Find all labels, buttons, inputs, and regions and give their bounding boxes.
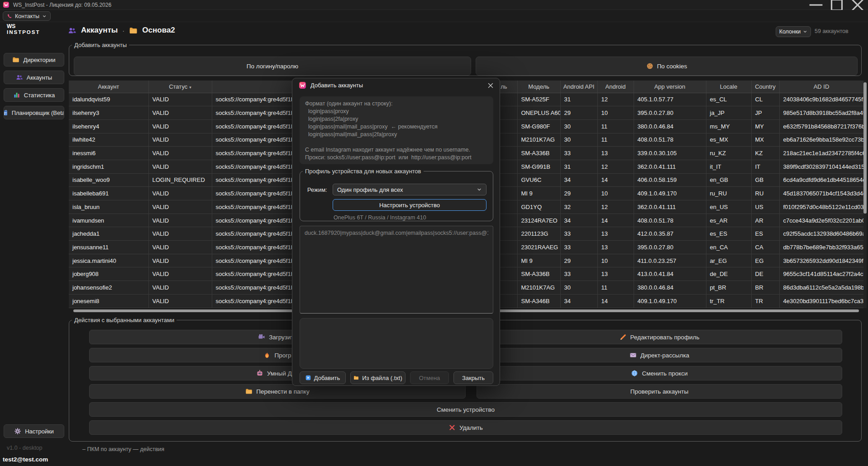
window-title: WS_InstPost - Лицензия до: 09.05.2026 [13, 2, 111, 8]
column-header-model[interactable]: Модель [517, 81, 560, 93]
app-logo: WS INSTPOST [7, 24, 40, 35]
column-header-app_version[interactable]: App version [634, 81, 706, 93]
from-file-button[interactable]: Из файла (.txt) [350, 371, 405, 384]
column-header-account[interactable]: Аккаунт [69, 81, 148, 93]
table-cell-ad_id: c7cce434a9d2e5f032c2201ab04d [779, 214, 863, 227]
table-cell-android: 14 [597, 173, 634, 187]
change-device-button[interactable]: Сменить устройство [89, 402, 842, 417]
table-cell-android_api: 33 [560, 227, 597, 241]
window-controls [806, 0, 868, 10]
vertical-scrollbar-thumb[interactable] [863, 82, 867, 214]
close-dialog-button[interactable]: Закрыть [453, 371, 493, 384]
version-label: v1.0 - desktop [7, 445, 43, 451]
accounts-input-textarea[interactable]: duck.1687920|mypass|duck@gmail.com|email… [300, 226, 493, 314]
table-cell-ad_id: e632f5791b84568b87217f376b524 [779, 119, 863, 133]
dialog-title: Добавить аккаунты [310, 82, 363, 89]
add-by-login-button[interactable]: По логину/паролю [74, 57, 471, 76]
table-cell-android: 13 [597, 241, 634, 254]
chart-icon [13, 91, 20, 99]
table-cell-account: jonesemi8 [69, 294, 148, 308]
app-window: WS_InstPost - Лицензия до: 09.05.2026 Ко… [0, 0, 868, 466]
sidebar-item-directories[interactable]: Директории [4, 53, 64, 67]
direct-mailing-button[interactable]: Директ-рассылка [477, 348, 842, 362]
table-cell-country: TR [751, 294, 779, 308]
move-to-folder-button[interactable]: Перенести в папку [89, 384, 466, 399]
page-title: Аккаунты [81, 26, 118, 35]
table-cell-model: 2201123G [517, 227, 560, 241]
table-cell-locale: ru_KZ [706, 147, 751, 160]
table-cell-locale: en_US [706, 200, 751, 214]
accounts-count: 59 аккаунтов [815, 28, 849, 34]
column-header-android[interactable]: Android [597, 81, 634, 93]
edit-profile-button[interactable]: Редактировать профиль [477, 330, 842, 344]
maximize-button[interactable] [826, 0, 847, 10]
table-cell-country: ES [751, 227, 779, 241]
close-button[interactable] [847, 0, 868, 10]
column-header-locale[interactable]: Locale [706, 81, 751, 93]
change-proxy-button[interactable]: Сменить прокси [477, 366, 842, 380]
table-cell-model: SM-A525F [517, 93, 560, 106]
delete-label: Удалить [459, 424, 483, 431]
table-cell-status: VALID [148, 267, 212, 281]
add-button[interactable]: Добавить [300, 371, 346, 384]
mode-select[interactable]: Один профиль для всех [333, 184, 486, 195]
sidebar-item-statistics[interactable]: Статистика [4, 88, 64, 102]
table-cell-ad_id: 45d1837065071b4cf1543d3d4e98 [779, 187, 863, 200]
minimize-button[interactable] [806, 0, 826, 10]
dialog-close-icon[interactable] [487, 82, 494, 89]
sidebar-item-accounts[interactable]: Аккаунты [4, 71, 64, 84]
table-cell-account: ingridschm1 [69, 160, 148, 173]
table-cell-status: VALID [148, 200, 212, 214]
table-cell-android_api: 31 [560, 93, 597, 106]
table-cell-locale: en_CA [706, 241, 751, 254]
table-cell-model: MI 9 [517, 187, 560, 200]
folder-icon [245, 388, 253, 395]
table-cell-ad_id: 86d3dba6112c5e5a2a5da198bad [779, 281, 863, 295]
table-cell-android_api: 33 [560, 267, 597, 281]
configure-device-button[interactable]: Настроить устройство [333, 199, 486, 211]
table-cell-android_api: 29 [560, 187, 597, 200]
add-accounts-panel: Добавить аккаунты По логину/паролю По co… [69, 42, 862, 76]
table-cell-ad_id: 9655c3cf141d85114ac27f2a4cb25 [779, 267, 863, 281]
column-header-ad_id[interactable]: AD ID [779, 81, 863, 93]
accounts-input-placeholder: duck.1687920|mypass|duck@gmail.com|email… [305, 230, 488, 236]
check-accounts-button[interactable]: Проверить аккаунты [477, 384, 842, 399]
vertical-scrollbar-track[interactable] [863, 81, 867, 308]
table-cell-android: 11 [597, 133, 634, 147]
table-cell-model: SM-G980F [517, 119, 560, 133]
device-summary: OnePlus 6T / Russia / Instagram 410 [334, 214, 426, 221]
sidebar-item-scheduler[interactable]: Планировщик (Beta) [4, 106, 64, 119]
context-menu-hint: – ПКМ по аккаунту — действия [82, 446, 164, 452]
table-cell-android: 11 [597, 119, 634, 133]
table-cell-ad_id: 6cd4a9cdfd9d6e1db44518654cc7 [779, 173, 863, 187]
column-header-country[interactable]: Country [751, 81, 779, 93]
direct-mailing-label: Директ-рассылка [640, 352, 689, 359]
table-cell-account: jessica.martini40 [69, 254, 148, 267]
contacts-button[interactable]: Контакты [3, 11, 51, 21]
table-cell-locale: de_DE [706, 267, 751, 281]
xmark-icon [448, 424, 456, 431]
table-cell-country: JP [751, 106, 779, 120]
columns-button[interactable]: Колонки [776, 26, 811, 37]
column-header-android_api[interactable]: Android API [560, 81, 597, 93]
table-cell-account: ilsehenry3 [69, 106, 148, 120]
table-cell-country: GB [751, 173, 779, 187]
device-profile-group: Профиль устройства для новых аккаунтов Р… [300, 168, 493, 221]
chevron-down-icon [42, 14, 47, 19]
add-accounts-dialog: Добавить аккаунты Формат (один аккаунт н… [292, 78, 500, 386]
table-cell-country: EG [751, 254, 779, 267]
column-header-status[interactable]: Статус▾ [148, 81, 212, 93]
table-cell-country: CL [751, 93, 779, 106]
table-cell-status: VALID [148, 187, 212, 200]
add-by-cookies-button[interactable]: По cookies [476, 57, 858, 76]
table-cell-account: isla_bruun [69, 200, 148, 214]
delete-button[interactable]: Удалить [89, 420, 842, 435]
format-line: Прокси: socks5://user:pass@ip:port или h… [305, 154, 488, 162]
table-cell-status: VALID [148, 93, 212, 106]
table-cell-android: 13 [597, 147, 634, 160]
move-to-folder-label: Перенести в папку [256, 388, 309, 395]
sidebar-item-settings[interactable]: Настройки [4, 424, 64, 438]
table-cell-app_version: 406.0.0.58.159 [634, 173, 706, 187]
table-cell-app_version: 413.0.0.41.84 [634, 267, 706, 281]
table-cell-model: 23124RA7EO [517, 214, 560, 227]
